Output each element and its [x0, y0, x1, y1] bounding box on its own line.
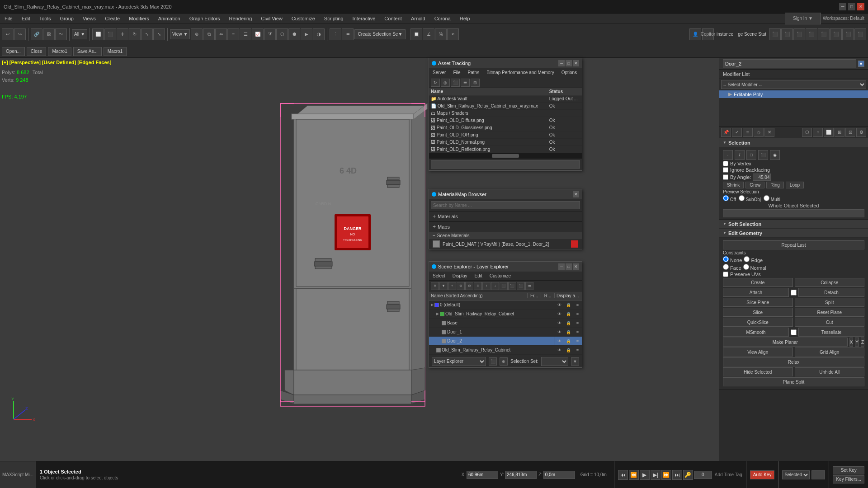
extra-btn-1[interactable]: ⬛: [769, 28, 781, 40]
asset-bitmap-menu[interactable]: Bitmap Performance and Memory: [483, 69, 558, 76]
undo-button[interactable]: ↩: [2, 28, 14, 40]
redo-button[interactable]: ↪: [14, 28, 26, 40]
subobj-radio[interactable]: [739, 195, 745, 201]
unlink-button[interactable]: ⛓: [43, 28, 55, 40]
tree-more-railway2[interactable]: ≡: [573, 346, 582, 355]
tree-lock-door2[interactable]: 🔒: [564, 337, 573, 346]
soft-selection-rollout-header[interactable]: Soft Selection: [719, 220, 868, 229]
scale-button[interactable]: ⤡: [141, 28, 153, 40]
angle-snap-button[interactable]: ∠: [423, 28, 434, 40]
tree-lock-base[interactable]: 🔒: [564, 319, 573, 328]
tree-row-railway2[interactable]: Old_Slim_Railway_Relay_Cabinet 👁 🔒 ≡: [429, 346, 582, 355]
se-tool-9[interactable]: ⬛: [500, 282, 508, 290]
panel-display-btn-4[interactable]: ⊞: [835, 128, 844, 137]
msmooth-button[interactable]: MSmooth: [723, 328, 789, 337]
go-end-button[interactable]: ⏭: [672, 470, 682, 480]
multi-radio[interactable]: [764, 195, 769, 201]
x-input[interactable]: [467, 471, 498, 479]
menu-modifiers[interactable]: Modifiers: [124, 14, 154, 23]
rotate-button[interactable]: ↻: [129, 28, 141, 40]
select-region-button[interactable]: ⬛: [104, 28, 116, 40]
spinner-snap-button[interactable]: ≈: [447, 28, 459, 40]
extra-btn-8[interactable]: ⬛: [854, 28, 866, 40]
show-results-button[interactable]: ✓: [732, 128, 742, 137]
panel-display-btn-5[interactable]: ⊡: [845, 128, 855, 137]
pin-stack-button[interactable]: 📌: [721, 128, 731, 137]
align-button[interactable]: ≡: [227, 28, 239, 40]
macro1b-button[interactable]: Macro1: [104, 47, 127, 56]
menu-content[interactable]: Content: [380, 14, 406, 23]
view-align-button[interactable]: View Align: [723, 347, 793, 357]
hide-selected-button[interactable]: Hide Selected: [723, 367, 793, 376]
x-button[interactable]: X: [849, 338, 854, 347]
named-selection-input[interactable]: [723, 209, 864, 217]
macro1-button[interactable]: Macro1: [48, 47, 71, 56]
menu-views[interactable]: Views: [78, 14, 100, 23]
by-angle-input[interactable]: [753, 174, 771, 181]
asset-tool-3[interactable]: ⬛: [451, 79, 460, 87]
selection-rollout-header[interactable]: Selection: [719, 138, 868, 147]
copitor-button[interactable]: Copitor: [702, 28, 714, 40]
go-start-button[interactable]: ⏮: [618, 470, 628, 480]
edit-geometry-rollout-header[interactable]: Edit Geometry: [719, 229, 868, 238]
scale-uniform-button[interactable]: ⤡: [153, 28, 165, 40]
sign-in-button[interactable]: Sign In ▼: [785, 13, 821, 24]
y-input[interactable]: [505, 471, 537, 479]
face-radio[interactable]: [723, 264, 729, 270]
plane-split-button[interactable]: Plane Split: [723, 377, 864, 386]
tree-more-door2[interactable]: ≡: [573, 337, 582, 346]
repeat-last-button[interactable]: Repeat Last: [723, 240, 864, 249]
material-editor-button[interactable]: ⬡: [276, 28, 288, 40]
quickslice-button[interactable]: QuickSlice: [723, 318, 793, 327]
minimize-button[interactable]: ─: [839, 3, 846, 10]
tree-vis-railway2[interactable]: 👁: [555, 346, 564, 355]
tessellate-checkbox[interactable]: [791, 329, 797, 335]
asset-row-glossiness[interactable]: 🖼 Paint_OLD_Glossiness.png Ok: [429, 124, 582, 131]
menu-corona[interactable]: Corona: [430, 14, 455, 23]
render-button[interactable]: ▶: [301, 28, 312, 40]
asset-row-normal[interactable]: 🖼 Paint_OLD_Normal.png Ok: [429, 139, 582, 146]
shrink-button[interactable]: Shrink: [723, 182, 744, 188]
scene-mat-item-1[interactable]: Paint_OLD_MAT ( VRayMtl ) [Base, Door_1,…: [429, 239, 582, 249]
snap-toggle-button[interactable]: 🔲: [410, 28, 422, 40]
named-sel-button[interactable]: ≔: [342, 28, 354, 40]
preserve-uvs-checkbox[interactable]: [723, 272, 728, 277]
asset-tracking-restore[interactable]: □: [566, 60, 572, 66]
extra-btn-5[interactable]: ⬛: [818, 28, 830, 40]
render-setup-button[interactable]: ⬢: [288, 28, 300, 40]
modifier-editable-poly[interactable]: ▶ Editable Poly: [719, 90, 868, 98]
y-button[interactable]: Y: [855, 338, 859, 347]
maximize-button[interactable]: □: [848, 3, 855, 10]
cut-button[interactable]: Cut: [795, 318, 865, 327]
asset-tracking-close[interactable]: ✕: [573, 60, 579, 66]
object-color-swatch[interactable]: ■: [858, 61, 864, 67]
grid-align-button[interactable]: Grid Align: [795, 347, 865, 357]
tree-more-railway[interactable]: ≡: [573, 310, 582, 319]
mirror-button[interactable]: ⇔: [215, 28, 227, 40]
detach-button[interactable]: Detach: [798, 288, 864, 297]
element-button[interactable]: ◉: [770, 150, 780, 160]
tree-vis-base[interactable]: 👁: [555, 319, 564, 328]
selection-set-dropdown[interactable]: [541, 357, 568, 366]
extra-btn-3[interactable]: ⬛: [793, 28, 805, 40]
tree-more-base[interactable]: ≡: [573, 319, 582, 328]
maps-section[interactable]: + Maps: [429, 222, 582, 232]
tree-row-base[interactable]: Base 👁 🔒 ≡: [429, 319, 582, 328]
se-tool-4[interactable]: ⊕: [457, 282, 465, 290]
select-button[interactable]: ⬜: [92, 28, 104, 40]
menu-file[interactable]: File: [0, 14, 17, 23]
z-input[interactable]: [543, 471, 575, 479]
se-tool-11[interactable]: ⬛: [517, 282, 525, 290]
scene-exp-display-menu[interactable]: Display: [449, 272, 471, 279]
se-tool-10[interactable]: ⬛: [508, 282, 516, 290]
se-tool-7[interactable]: ↑: [482, 282, 491, 290]
menu-tools[interactable]: Tools: [35, 14, 56, 23]
menu-help[interactable]: Help: [455, 14, 475, 23]
se-tool-3[interactable]: +: [448, 282, 456, 290]
next-frame-button[interactable]: ⏩: [661, 470, 671, 480]
populate-button[interactable]: 👤: [689, 28, 701, 40]
grow-button[interactable]: Grow: [745, 182, 764, 188]
edge-button[interactable]: /: [735, 150, 745, 160]
create-selection-button[interactable]: Create Selection Se ▼: [354, 29, 406, 39]
pivot-button[interactable]: ⊕: [191, 28, 203, 40]
